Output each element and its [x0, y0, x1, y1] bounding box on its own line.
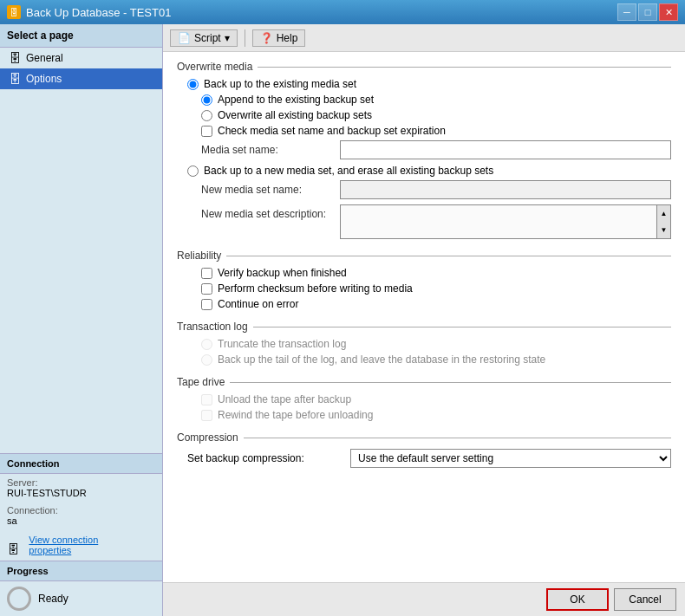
backup-tail-label: Back up the tail of the log, and leave t…: [218, 353, 545, 366]
continue-on-error-label: Continue on error: [218, 298, 298, 310]
perform-checksum-label: Perform checksum before writing to media: [218, 282, 413, 295]
rewind-tape-checkbox: [201, 410, 212, 421]
transaction-log-section: Transaction log Truncate the transaction…: [177, 321, 671, 366]
scroll-up-button[interactable]: ▲: [657, 205, 670, 222]
reliability-label: Reliability: [177, 250, 671, 262]
app-icon: 🗄: [7, 5, 21, 19]
compression-row: Set backup compression: Use the default …: [177, 449, 671, 468]
minimize-button[interactable]: ─: [617, 3, 636, 21]
connection-info: Connection: sa: [0, 502, 162, 529]
verify-backup-label: Verify backup when finished: [218, 267, 347, 279]
verify-backup-checkbox[interactable]: [201, 268, 212, 279]
append-existing-label: Append to the existing backup set: [218, 94, 374, 106]
content-area: 📄 Script ▾ ❓ Help Overwrite media Back u…: [163, 24, 685, 616]
new-media-set-name-label: New media set name:: [201, 184, 340, 196]
new-media-set-desc-row: New media set description: ▲ ▼: [177, 204, 671, 239]
new-media-set-desc-label: New media set description:: [201, 204, 340, 220]
close-button[interactable]: ✕: [659, 3, 678, 21]
scroll-down-button[interactable]: ▼: [657, 222, 670, 238]
truncate-log-label: Truncate the transaction log: [218, 338, 346, 350]
overwrite-all-radio[interactable]: [201, 110, 212, 121]
connection-section-header: Connection: [0, 453, 162, 474]
new-media-set-desc-wrapper: ▲ ▼: [340, 204, 671, 239]
form-area: Overwrite media Back up to the existing …: [163, 52, 685, 582]
unload-tape-checkbox: [201, 394, 212, 405]
footer: OK Cancel: [163, 582, 685, 616]
unload-tape-label: Unload the tape after backup: [218, 393, 351, 405]
cancel-button[interactable]: Cancel: [614, 588, 676, 611]
script-icon: 📄: [178, 32, 191, 44]
rewind-tape-label: Rewind the tape before unloading: [218, 409, 373, 421]
sidebar-item-general[interactable]: 🗄 General: [0, 48, 162, 68]
server-value: RUI-TEST\STUDR: [7, 488, 155, 498]
progress-icon: [7, 587, 31, 611]
backup-tail-radio: [201, 354, 212, 366]
ok-button[interactable]: OK: [546, 588, 609, 611]
unload-tape-row: Unload the tape after backup: [177, 393, 671, 405]
tape-drive-section: Tape drive Unload the tape after backup …: [177, 376, 671, 421]
maximize-button[interactable]: □: [638, 3, 657, 21]
rewind-tape-row: Rewind the tape before unloading: [177, 409, 671, 421]
progress-status: Ready: [38, 593, 68, 605]
help-button[interactable]: ❓ Help: [252, 29, 306, 47]
progress-area: Ready: [0, 581, 162, 616]
compression-label: Set backup compression:: [187, 452, 343, 464]
truncate-log-radio: [201, 339, 212, 350]
reliability-section: Reliability Verify backup when finished …: [177, 250, 671, 310]
sidebar: Select a page 🗄 General 🗄 Options Connec…: [0, 24, 163, 616]
backup-to-new-row: Back up to a new media set, and erase al…: [177, 165, 671, 177]
script-label: Script: [194, 32, 221, 44]
continue-on-error-checkbox[interactable]: [201, 299, 212, 310]
sidebar-general-label: General: [26, 52, 63, 64]
continue-on-error-row: Continue on error: [177, 298, 671, 310]
compression-section-label: Compression: [177, 431, 671, 444]
help-icon: ❓: [260, 32, 273, 44]
script-button[interactable]: 📄 Script ▾: [170, 29, 238, 47]
tape-drive-label: Tape drive: [177, 376, 671, 388]
backup-to-existing-row: Back up to the existing media set: [177, 78, 671, 90]
select-page-label: Select a page: [0, 24, 162, 48]
title-bar: 🗄 Back Up Database - TEST01 ─ □ ✕: [0, 0, 685, 24]
perform-checksum-row: Perform checksum before writing to media: [177, 282, 671, 295]
new-media-set-name-input[interactable]: [340, 180, 671, 199]
sidebar-options-label: Options: [26, 73, 62, 85]
append-existing-radio[interactable]: [201, 94, 212, 106]
overwrite-media-section: Overwrite media Back up to the existing …: [177, 61, 671, 239]
new-media-set-desc-input[interactable]: [341, 205, 656, 238]
help-label: Help: [277, 32, 298, 44]
toolbar: 📄 Script ▾ ❓ Help: [163, 24, 685, 52]
view-connection-link[interactable]: View connectionproperties: [22, 533, 105, 557]
backup-to-existing-radio[interactable]: [187, 79, 199, 90]
connection-value: sa: [7, 515, 155, 526]
toolbar-separator: [245, 29, 245, 47]
new-media-set-name-row: New media set name:: [177, 180, 671, 199]
check-media-row: Check media set name and backup set expi…: [177, 125, 671, 137]
backup-to-new-label: Back up to a new media set, and erase al…: [204, 165, 493, 177]
compression-section: Compression Set backup compression: Use …: [177, 431, 671, 468]
backup-to-new-radio[interactable]: [187, 165, 199, 177]
backup-tail-row: Back up the tail of the log, and leave t…: [177, 353, 671, 366]
compression-select[interactable]: Use the default server setting Compress …: [350, 449, 671, 468]
window-controls: ─ □ ✕: [617, 3, 678, 21]
backup-to-existing-label: Back up to the existing media set: [204, 78, 356, 90]
sidebar-item-options[interactable]: 🗄 Options: [0, 68, 162, 89]
truncate-log-row: Truncate the transaction log: [177, 338, 671, 350]
media-set-name-label: Media set name:: [201, 144, 340, 156]
window-title: Back Up Database - TEST01: [26, 6, 171, 19]
overwrite-media-label: Overwrite media: [177, 61, 671, 73]
overwrite-all-row: Overwrite all existing backup sets: [177, 109, 671, 121]
connection-label: Connection:: [7, 505, 155, 515]
media-set-name-row: Media set name:: [177, 140, 671, 159]
transaction-log-label: Transaction log: [177, 321, 671, 333]
append-existing-row: Append to the existing backup set: [177, 94, 671, 106]
media-set-name-input[interactable]: [340, 140, 671, 159]
perform-checksum-checkbox[interactable]: [201, 283, 212, 295]
verify-backup-row: Verify backup when finished: [177, 267, 671, 279]
textarea-scrollbar: ▲ ▼: [656, 205, 670, 238]
progress-section-header: Progress: [0, 561, 162, 581]
overwrite-all-label: Overwrite all existing backup sets: [218, 109, 372, 121]
check-media-checkbox[interactable]: [201, 126, 212, 137]
server-label: Server:: [7, 477, 155, 488]
server-info: Server: RUI-TEST\STUDR: [0, 474, 162, 502]
check-media-label: Check media set name and backup set expi…: [218, 125, 446, 137]
